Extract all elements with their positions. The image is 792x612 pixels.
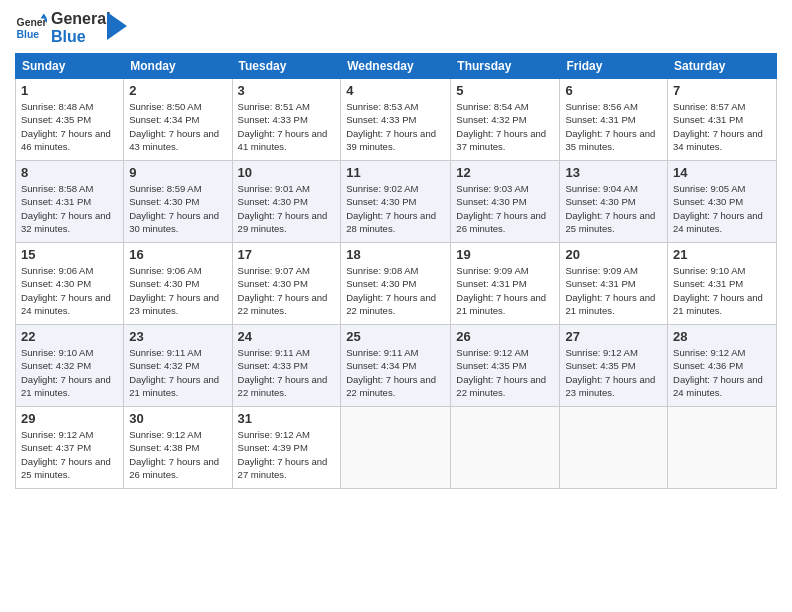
day-number: 9 — [129, 165, 226, 180]
calendar-day: 12Sunrise: 9:03 AMSunset: 4:30 PMDayligh… — [451, 161, 560, 243]
day-info: Sunrise: 8:51 AMSunset: 4:33 PMDaylight:… — [238, 100, 336, 153]
day-info: Sunrise: 9:12 AMSunset: 4:36 PMDaylight:… — [673, 346, 771, 399]
calendar-week-3: 15Sunrise: 9:06 AMSunset: 4:30 PMDayligh… — [16, 243, 777, 325]
svg-marker-2 — [41, 13, 47, 18]
day-number: 25 — [346, 329, 445, 344]
logo-general: General — [51, 10, 111, 28]
day-number: 18 — [346, 247, 445, 262]
day-number: 14 — [673, 165, 771, 180]
day-info: Sunrise: 9:11 AMSunset: 4:34 PMDaylight:… — [346, 346, 445, 399]
logo: General Blue General Blue — [15, 10, 127, 45]
calendar-day: 22Sunrise: 9:10 AMSunset: 4:32 PMDayligh… — [16, 325, 124, 407]
weekday-header-tuesday: Tuesday — [232, 54, 341, 79]
day-info: Sunrise: 8:50 AMSunset: 4:34 PMDaylight:… — [129, 100, 226, 153]
svg-text:General: General — [17, 17, 47, 28]
svg-marker-4 — [107, 12, 127, 40]
day-number: 2 — [129, 83, 226, 98]
day-number: 15 — [21, 247, 118, 262]
day-number: 6 — [565, 83, 662, 98]
calendar-day: 26Sunrise: 9:12 AMSunset: 4:35 PMDayligh… — [451, 325, 560, 407]
day-info: Sunrise: 9:12 AMSunset: 4:38 PMDaylight:… — [129, 428, 226, 481]
day-number: 19 — [456, 247, 554, 262]
calendar-day: 31Sunrise: 9:12 AMSunset: 4:39 PMDayligh… — [232, 407, 341, 489]
day-info: Sunrise: 9:07 AMSunset: 4:30 PMDaylight:… — [238, 264, 336, 317]
day-info: Sunrise: 8:53 AMSunset: 4:33 PMDaylight:… — [346, 100, 445, 153]
weekday-header-saturday: Saturday — [668, 54, 777, 79]
day-number: 11 — [346, 165, 445, 180]
day-info: Sunrise: 9:12 AMSunset: 4:35 PMDaylight:… — [565, 346, 662, 399]
calendar-day: 14Sunrise: 9:05 AMSunset: 4:30 PMDayligh… — [668, 161, 777, 243]
calendar-day: 4Sunrise: 8:53 AMSunset: 4:33 PMDaylight… — [341, 79, 451, 161]
day-info: Sunrise: 9:12 AMSunset: 4:35 PMDaylight:… — [456, 346, 554, 399]
calendar-day: 9Sunrise: 8:59 AMSunset: 4:30 PMDaylight… — [124, 161, 232, 243]
day-number: 4 — [346, 83, 445, 98]
weekday-header-friday: Friday — [560, 54, 668, 79]
calendar-day: 28Sunrise: 9:12 AMSunset: 4:36 PMDayligh… — [668, 325, 777, 407]
weekday-header-wednesday: Wednesday — [341, 54, 451, 79]
calendar-day: 24Sunrise: 9:11 AMSunset: 4:33 PMDayligh… — [232, 325, 341, 407]
day-number: 8 — [21, 165, 118, 180]
day-number: 21 — [673, 247, 771, 262]
calendar-day: 11Sunrise: 9:02 AMSunset: 4:30 PMDayligh… — [341, 161, 451, 243]
calendar-day: 18Sunrise: 9:08 AMSunset: 4:30 PMDayligh… — [341, 243, 451, 325]
day-number: 13 — [565, 165, 662, 180]
calendar-day: 20Sunrise: 9:09 AMSunset: 4:31 PMDayligh… — [560, 243, 668, 325]
day-info: Sunrise: 8:48 AMSunset: 4:35 PMDaylight:… — [21, 100, 118, 153]
calendar-day — [451, 407, 560, 489]
calendar-body: 1Sunrise: 8:48 AMSunset: 4:35 PMDaylight… — [16, 79, 777, 489]
calendar-day: 19Sunrise: 9:09 AMSunset: 4:31 PMDayligh… — [451, 243, 560, 325]
day-info: Sunrise: 8:58 AMSunset: 4:31 PMDaylight:… — [21, 182, 118, 235]
calendar-day: 23Sunrise: 9:11 AMSunset: 4:32 PMDayligh… — [124, 325, 232, 407]
weekday-header-thursday: Thursday — [451, 54, 560, 79]
day-info: Sunrise: 9:12 AMSunset: 4:37 PMDaylight:… — [21, 428, 118, 481]
calendar-day: 16Sunrise: 9:06 AMSunset: 4:30 PMDayligh… — [124, 243, 232, 325]
day-info: Sunrise: 9:10 AMSunset: 4:32 PMDaylight:… — [21, 346, 118, 399]
day-number: 1 — [21, 83, 118, 98]
calendar-day: 3Sunrise: 8:51 AMSunset: 4:33 PMDaylight… — [232, 79, 341, 161]
day-number: 20 — [565, 247, 662, 262]
calendar-day: 15Sunrise: 9:06 AMSunset: 4:30 PMDayligh… — [16, 243, 124, 325]
day-number: 29 — [21, 411, 118, 426]
calendar-day: 2Sunrise: 8:50 AMSunset: 4:34 PMDaylight… — [124, 79, 232, 161]
page-header: General Blue General Blue — [15, 10, 777, 45]
day-info: Sunrise: 9:04 AMSunset: 4:30 PMDaylight:… — [565, 182, 662, 235]
calendar-week-4: 22Sunrise: 9:10 AMSunset: 4:32 PMDayligh… — [16, 325, 777, 407]
day-number: 3 — [238, 83, 336, 98]
page-container: General Blue General Blue SundayMondayTu… — [0, 0, 792, 499]
calendar-week-2: 8Sunrise: 8:58 AMSunset: 4:31 PMDaylight… — [16, 161, 777, 243]
day-number: 30 — [129, 411, 226, 426]
calendar-day: 25Sunrise: 9:11 AMSunset: 4:34 PMDayligh… — [341, 325, 451, 407]
day-info: Sunrise: 8:59 AMSunset: 4:30 PMDaylight:… — [129, 182, 226, 235]
day-number: 26 — [456, 329, 554, 344]
calendar-day: 5Sunrise: 8:54 AMSunset: 4:32 PMDaylight… — [451, 79, 560, 161]
day-info: Sunrise: 9:09 AMSunset: 4:31 PMDaylight:… — [456, 264, 554, 317]
day-info: Sunrise: 9:05 AMSunset: 4:30 PMDaylight:… — [673, 182, 771, 235]
calendar-day — [668, 407, 777, 489]
calendar-week-1: 1Sunrise: 8:48 AMSunset: 4:35 PMDaylight… — [16, 79, 777, 161]
day-number: 24 — [238, 329, 336, 344]
logo-arrow-icon — [107, 12, 127, 40]
day-info: Sunrise: 9:06 AMSunset: 4:30 PMDaylight:… — [129, 264, 226, 317]
calendar-day: 17Sunrise: 9:07 AMSunset: 4:30 PMDayligh… — [232, 243, 341, 325]
day-info: Sunrise: 9:03 AMSunset: 4:30 PMDaylight:… — [456, 182, 554, 235]
calendar-day: 7Sunrise: 8:57 AMSunset: 4:31 PMDaylight… — [668, 79, 777, 161]
calendar-day: 10Sunrise: 9:01 AMSunset: 4:30 PMDayligh… — [232, 161, 341, 243]
day-number: 10 — [238, 165, 336, 180]
day-number: 27 — [565, 329, 662, 344]
day-number: 12 — [456, 165, 554, 180]
day-number: 7 — [673, 83, 771, 98]
day-number: 5 — [456, 83, 554, 98]
weekday-header-monday: Monday — [124, 54, 232, 79]
day-info: Sunrise: 8:57 AMSunset: 4:31 PMDaylight:… — [673, 100, 771, 153]
calendar-day: 29Sunrise: 9:12 AMSunset: 4:37 PMDayligh… — [16, 407, 124, 489]
calendar-day: 8Sunrise: 8:58 AMSunset: 4:31 PMDaylight… — [16, 161, 124, 243]
calendar-day: 1Sunrise: 8:48 AMSunset: 4:35 PMDaylight… — [16, 79, 124, 161]
day-info: Sunrise: 9:01 AMSunset: 4:30 PMDaylight:… — [238, 182, 336, 235]
logo-icon: General Blue — [15, 12, 47, 44]
day-number: 22 — [21, 329, 118, 344]
day-info: Sunrise: 9:09 AMSunset: 4:31 PMDaylight:… — [565, 264, 662, 317]
day-info: Sunrise: 9:12 AMSunset: 4:39 PMDaylight:… — [238, 428, 336, 481]
calendar-day: 30Sunrise: 9:12 AMSunset: 4:38 PMDayligh… — [124, 407, 232, 489]
day-number: 16 — [129, 247, 226, 262]
day-info: Sunrise: 9:11 AMSunset: 4:32 PMDaylight:… — [129, 346, 226, 399]
